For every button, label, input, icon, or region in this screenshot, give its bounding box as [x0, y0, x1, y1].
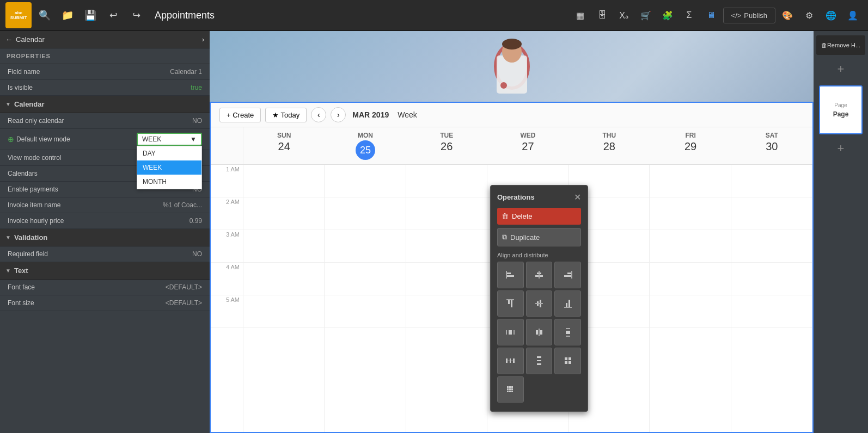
publish-button[interactable]: </> Publish	[723, 8, 775, 23]
col-sun[interactable]	[243, 165, 325, 432]
sigma-icon[interactable]: Σ	[680, 5, 699, 25]
slot-mon-3[interactable]	[325, 230, 405, 263]
add-below-button[interactable]: +	[831, 139, 851, 158]
slot-fri-1[interactable]	[650, 165, 730, 197]
slot-sun-5[interactable]	[243, 295, 324, 328]
fri-date: 29	[652, 140, 729, 153]
text-section-header[interactable]: ▼ Text	[0, 262, 210, 280]
slot-fri-5[interactable]	[650, 295, 730, 328]
distribute-center-button[interactable]	[526, 319, 553, 345]
slot-mon-5[interactable]	[325, 295, 405, 328]
slot-tue-4[interactable]	[406, 263, 487, 295]
slot-mon-4[interactable]	[325, 263, 405, 295]
paint-icon[interactable]: 🎨	[778, 5, 797, 25]
search-button[interactable]: 🔍	[35, 5, 54, 25]
is-visible-value: true	[191, 84, 202, 91]
distribute-v-button[interactable]	[554, 319, 581, 345]
redo-button[interactable]: ↪	[126, 5, 146, 25]
distribute-eq-v-button[interactable]	[526, 348, 553, 374]
svg-rect-7	[506, 271, 507, 279]
day-mon: MON 25	[325, 127, 406, 164]
svg-rect-26	[536, 330, 538, 335]
align-bottom-button[interactable]	[554, 290, 581, 317]
read-only-value: NO	[192, 117, 202, 125]
default-view-select[interactable]: WEEK ▼	[137, 133, 202, 146]
delete-button[interactable]: 🗑 Delete	[497, 208, 581, 225]
dropdown-option-month[interactable]: MONTH	[137, 175, 201, 189]
globe-icon[interactable]: 🌐	[821, 5, 841, 25]
slot-fri-2[interactable]	[650, 197, 730, 230]
align-center-h-button[interactable]	[526, 262, 553, 288]
breadcrumb[interactable]: ← Calendar ›	[0, 31, 210, 48]
slot-tue-5[interactable]	[406, 295, 487, 328]
align-left-button[interactable]	[497, 262, 524, 288]
svg-rect-20	[566, 303, 567, 307]
slot-sat-4[interactable]	[731, 263, 812, 295]
dropdown-option-week[interactable]: WEEK	[137, 160, 201, 175]
distribute-center-icon	[535, 329, 543, 336]
slot-sat-5[interactable]	[731, 295, 812, 328]
page-card[interactable]: Page Page	[819, 85, 863, 134]
align-right-button[interactable]	[554, 262, 581, 288]
svg-rect-35	[506, 360, 515, 361]
distribute-h-button[interactable]	[497, 319, 524, 345]
dropdown-option-day[interactable]: DAY	[137, 146, 201, 160]
font-size-label: Font size	[8, 299, 166, 307]
remove-header-button[interactable]: 🗑 Remove H...	[816, 35, 865, 55]
validation-section-header[interactable]: ▼ Validation	[0, 229, 210, 246]
cart-icon[interactable]: 🛒	[636, 5, 656, 25]
save-button[interactable]: 💾	[81, 5, 100, 25]
col-mon[interactable]	[325, 165, 406, 432]
slot-tue-2[interactable]	[406, 197, 487, 230]
slot-sun-1[interactable]	[243, 165, 324, 197]
banner-image	[210, 31, 814, 102]
database-icon[interactable]: 🗄	[592, 5, 612, 25]
translate-icon[interactable]: Xₐ	[614, 5, 634, 25]
settings-icon[interactable]: ⚙	[799, 5, 819, 25]
align-left-icon	[506, 271, 515, 279]
slot-sat-2[interactable]	[731, 197, 812, 230]
slot-mon-1[interactable]	[325, 165, 405, 197]
align-row-1	[497, 262, 581, 288]
slot-sun-4[interactable]	[243, 263, 324, 295]
time-col-header	[211, 127, 243, 164]
calendar-section-header[interactable]: ▼ Calendar	[0, 96, 210, 113]
prev-button[interactable]: ‹	[311, 107, 326, 122]
slot-fri-4[interactable]	[650, 263, 730, 295]
puzzle-icon[interactable]: 🧩	[658, 5, 677, 25]
distribute-all-button[interactable]	[554, 348, 581, 374]
svg-rect-30	[566, 331, 570, 334]
next-button[interactable]: ›	[331, 107, 346, 122]
align-middle-button[interactable]	[526, 290, 553, 317]
grid-button[interactable]	[497, 376, 524, 403]
slot-tue-3[interactable]	[406, 230, 487, 263]
align-middle-icon	[535, 299, 543, 308]
slot-sat-3[interactable]	[731, 230, 812, 263]
svg-rect-31	[566, 336, 570, 337]
delete-label: Delete	[512, 212, 533, 220]
slot-sun-3[interactable]	[243, 230, 324, 263]
folder-button[interactable]: 📁	[58, 5, 77, 25]
today-button[interactable]: ★ Today	[265, 108, 307, 122]
slot-sat-1[interactable]	[731, 165, 812, 197]
slot-tue-1[interactable]	[406, 165, 487, 197]
col-fri[interactable]	[650, 165, 731, 432]
table-icon[interactable]: ▦	[571, 5, 590, 25]
create-button[interactable]: + Create	[219, 108, 261, 122]
monitor-icon[interactable]: 🖥	[701, 5, 721, 25]
duplicate-button[interactable]: ⧉ Duplicate	[497, 228, 581, 246]
chevron-right-icon: ›	[202, 35, 204, 44]
operations-title: Operations	[497, 193, 535, 201]
add-above-button[interactable]: +	[831, 59, 851, 79]
undo-button[interactable]: ↩	[103, 5, 123, 25]
slot-mon-2[interactable]	[325, 197, 405, 230]
operations-close-button[interactable]: ✕	[574, 192, 581, 202]
col-sat[interactable]	[731, 165, 812, 432]
align-top-button[interactable]	[497, 290, 524, 317]
distribute-eq-h-button[interactable]	[497, 348, 524, 374]
user-icon[interactable]: 👤	[843, 5, 863, 25]
slot-sun-2[interactable]	[243, 197, 324, 230]
col-tue[interactable]	[406, 165, 487, 432]
slot-fri-3[interactable]	[650, 230, 730, 263]
validation-section-label: Validation	[14, 233, 47, 242]
